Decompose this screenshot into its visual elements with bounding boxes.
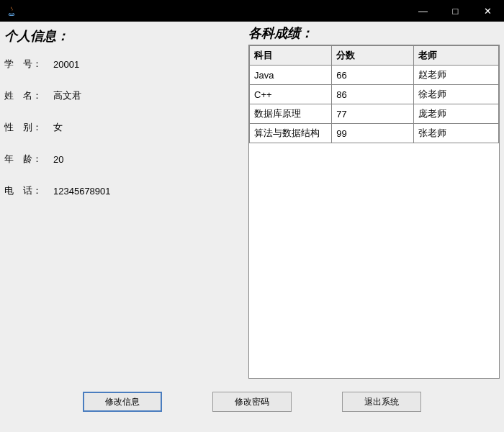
cell-score: 77 xyxy=(332,104,414,124)
cell-teacher: 赵老师 xyxy=(414,66,499,85)
maximize-button[interactable]: □ xyxy=(439,0,472,22)
close-button[interactable]: ✕ xyxy=(472,0,504,22)
info-row-gender: 性 别： 女 xyxy=(4,121,248,134)
info-row-name: 姓 名： 高文君 xyxy=(4,89,248,102)
window-controls: — □ ✕ xyxy=(407,0,504,22)
table-row[interactable]: C++ 86 徐老师 xyxy=(250,85,499,104)
change-password-button[interactable]: 修改密码 xyxy=(212,392,292,412)
cell-teacher: 庞老师 xyxy=(414,104,499,124)
exit-system-button[interactable]: 退出系统 xyxy=(342,392,421,412)
value-phone: 12345678901 xyxy=(48,186,111,197)
table-header-row: 科目 分数 老师 xyxy=(250,46,499,66)
label-id: 学 号： xyxy=(4,58,48,71)
titlebar: — □ ✕ xyxy=(0,0,504,22)
grades-table-container: 科目 分数 老师 Java 66 赵老师 C++ 86 徐老师 xyxy=(248,45,500,379)
value-id: 20001 xyxy=(48,59,79,70)
cell-subject: C++ xyxy=(250,85,332,104)
table-row[interactable]: 数据库原理 77 庞老师 xyxy=(250,104,499,124)
cell-teacher: 张老师 xyxy=(414,124,499,143)
col-subject: 科目 xyxy=(250,46,332,66)
grades-panel: 各科成绩： 科目 分数 老师 Java 66 赵老师 xyxy=(248,22,504,382)
table-row[interactable]: 算法与数据结构 99 张老师 xyxy=(250,124,499,143)
cell-score: 99 xyxy=(332,124,414,143)
cell-score: 66 xyxy=(332,66,414,85)
grades-title: 各科成绩： xyxy=(248,24,500,42)
minimize-button[interactable]: — xyxy=(407,0,439,22)
cell-subject: Java xyxy=(250,66,332,85)
grades-table: 科目 分数 老师 Java 66 赵老师 C++ 86 徐老师 xyxy=(249,45,499,143)
cell-subject: 数据库原理 xyxy=(250,104,332,124)
value-name: 高文君 xyxy=(48,89,81,102)
info-row-age: 年 龄： 20 xyxy=(4,153,248,166)
col-teacher: 老师 xyxy=(414,46,499,66)
info-row-phone: 电 话： 12345678901 xyxy=(4,184,248,197)
col-score: 分数 xyxy=(332,46,414,66)
cell-teacher: 徐老师 xyxy=(414,85,499,104)
edit-info-button[interactable]: 修改信息 xyxy=(83,392,162,412)
java-icon xyxy=(6,5,17,17)
info-row-id: 学 号： 20001 xyxy=(4,58,248,71)
cell-score: 86 xyxy=(332,85,414,104)
window-body: 个人信息： 学 号： 20001 姓 名： 高文君 性 别： 女 年 龄： 20… xyxy=(0,22,504,382)
label-name: 姓 名： xyxy=(4,89,48,102)
personal-info-panel: 个人信息： 学 号： 20001 姓 名： 高文君 性 别： 女 年 龄： 20… xyxy=(0,22,248,382)
label-phone: 电 话： xyxy=(4,184,48,197)
label-gender: 性 别： xyxy=(4,121,48,134)
table-row[interactable]: Java 66 赵老师 xyxy=(250,66,499,85)
value-gender: 女 xyxy=(48,121,63,134)
cell-subject: 算法与数据结构 xyxy=(250,124,332,143)
button-row: 修改信息 修改密码 退出系统 xyxy=(0,382,504,432)
value-age: 20 xyxy=(48,154,63,165)
personal-info-title: 个人信息： xyxy=(4,27,248,45)
label-age: 年 龄： xyxy=(4,153,48,166)
